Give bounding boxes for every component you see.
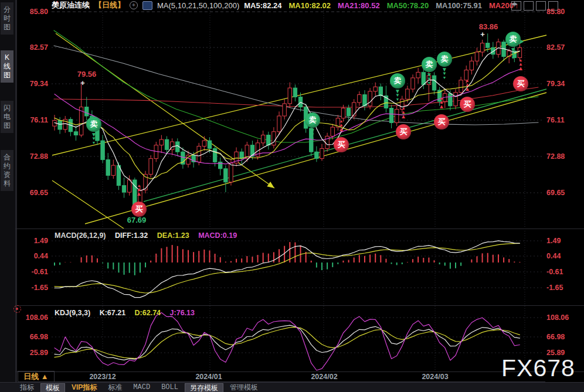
candle-body: [480, 43, 484, 52]
price-axis-label: 69.65: [18, 189, 48, 197]
candle-body: [202, 141, 206, 146]
macd-params: MACD(26,12,9): [55, 231, 106, 240]
tab-另存模板[interactable]: 另存模板: [185, 383, 223, 392]
tab-管理模板[interactable]: 管理模板: [225, 383, 263, 392]
tab-MACD[interactable]: MACD: [128, 383, 155, 392]
candle-body: [363, 95, 366, 106]
kdj-d-line: [55, 327, 520, 358]
candle-body: [475, 52, 478, 61]
panel-separator[interactable]: [15, 371, 584, 372]
candle-body: [422, 72, 425, 84]
candle-body: [347, 108, 350, 116]
candle-body: [395, 109, 398, 122]
sell-signal-badge[interactable]: 卖: [437, 52, 452, 67]
period-selector[interactable]: 日线 ▲: [18, 371, 55, 383]
candle-body: [74, 132, 77, 135]
macd-dea-value: DEA:1.23: [157, 231, 189, 240]
macd-axis-label: -0.61: [18, 268, 48, 276]
buy-signal-badge[interactable]: 买: [434, 114, 449, 129]
candle-body: [106, 160, 110, 176]
candle-body: [224, 169, 228, 182]
price-axis-label: 82.57: [18, 43, 48, 52]
price-axis-label: 82.57: [546, 43, 582, 52]
buy-signal-badge[interactable]: 买: [334, 137, 349, 152]
buy-signal-arrows-icon: ▲▲▲: [338, 119, 344, 131]
kdj-j-line: [55, 313, 520, 370]
candle-body: [454, 93, 457, 106]
trendline: [52, 180, 124, 229]
candle-body: [341, 108, 345, 118]
kdj-axis-label: 108.06: [18, 313, 48, 322]
candle-body: [374, 87, 377, 91]
sell-signal-badge[interactable]: 卖: [305, 113, 320, 128]
sell-signal-badge[interactable]: 卖: [422, 57, 437, 72]
price-axis-label: 72.88: [18, 152, 48, 161]
candle-body: [389, 108, 393, 123]
sell-signal-badge[interactable]: 卖: [390, 73, 405, 88]
chart-canvas[interactable]: [0, 0, 584, 392]
kdj-d-value: D:62.74: [135, 309, 161, 317]
tab-标准[interactable]: 标准: [103, 383, 127, 392]
candle-body: [379, 87, 382, 96]
candle-body: [229, 163, 233, 182]
tab-指标[interactable]: 指标: [15, 383, 39, 392]
indicator-settings-icon[interactable]: [13, 305, 21, 313]
price-axis-label: 69.65: [546, 189, 582, 197]
kdj-axis-label: 66.98: [18, 333, 48, 341]
kdj-axis-label: 25.89: [546, 349, 582, 357]
chart-app: 分时图K线图闪电图合约资料 美原油连续【日线】 + MA(5,10,21,50,…: [0, 0, 584, 392]
sell-signal-arrows-icon: ▼▼▼: [510, 47, 516, 60]
anchor-cross-marker: +: [480, 30, 485, 39]
candle-body: [283, 104, 286, 116]
candle-body: [267, 135, 270, 145]
candle-body: [213, 148, 216, 162]
kdj-axis-label: 25.89: [18, 349, 48, 357]
sell-signal-badge[interactable]: 卖: [86, 117, 101, 132]
watermark: FX678: [501, 354, 575, 382]
candle-body: [197, 146, 201, 162]
ma5-line: [55, 48, 520, 191]
x-axis-date-label: 2024/02: [304, 373, 345, 381]
candle-body: [85, 107, 89, 116]
candle-body: [277, 116, 281, 132]
buy-signal-arrows-icon: ▲▲▲: [439, 96, 444, 108]
kdj-params: KDJ(9,3,3): [55, 309, 90, 317]
panel-separator[interactable]: [15, 305, 584, 306]
tab-VIP指标[interactable]: VIP指标: [67, 383, 101, 392]
candle-body: [165, 139, 168, 149]
x-axis-date-label: 2023/12: [82, 373, 123, 381]
kdj-j-value: J:76.13: [170, 309, 195, 317]
price-axis-label: 79.34: [18, 80, 48, 88]
candle-body: [111, 165, 115, 175]
buy-signal-badge[interactable]: 买: [460, 97, 475, 112]
macd-title-row[interactable]: MACD(26,12,9) DIFF:1.32 DEA:1.23 MACD:0.…: [55, 231, 244, 240]
buy-signal-arrows-icon: ▲▲▲: [400, 106, 406, 118]
candle-body: [449, 94, 452, 106]
macd-axis-label: -1.65: [18, 284, 48, 292]
macd-axis-label: 1.49: [18, 237, 48, 245]
buy-signal-badge[interactable]: 买: [513, 76, 528, 91]
tab-BOLL[interactable]: BOLL: [157, 383, 183, 392]
sell-signal-arrows-icon: ▼▼▼: [426, 73, 432, 85]
sell-signal-badge[interactable]: 卖: [505, 32, 521, 47]
kdj-title-row[interactable]: KDJ(9,3,3) K:67.21 D:62.74 J:76.13: [55, 309, 202, 317]
price-axis-label: 85.80: [18, 8, 48, 16]
buy-signal-badge[interactable]: 买: [131, 202, 147, 217]
macd-axis-label: -1.65: [546, 284, 582, 292]
candle-body: [293, 88, 297, 97]
macd-axis-label: -0.61: [546, 268, 582, 276]
candle-body: [416, 72, 420, 78]
candle-body: [470, 61, 473, 70]
anchor-cross-marker: +: [80, 79, 85, 87]
buy-signal-badge[interactable]: 买: [396, 124, 411, 139]
buy-signal-arrows-icon: ▲▲▲: [464, 79, 470, 91]
candle-body: [459, 80, 463, 93]
ma10-line: [55, 52, 520, 179]
price-axis-label: 85.80: [546, 8, 582, 16]
tab-模板[interactable]: 模板: [40, 383, 65, 392]
macd-axis-label: 0.44: [546, 252, 582, 260]
macd-diff-value: DIFF:1.32: [115, 231, 148, 240]
panel-separator[interactable]: [15, 229, 584, 229]
candle-body: [149, 159, 152, 175]
candle-body: [518, 47, 521, 57]
